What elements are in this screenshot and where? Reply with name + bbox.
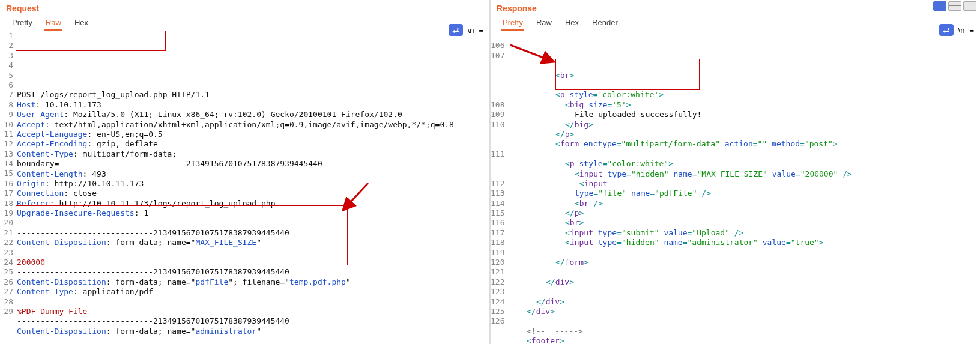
- svg-line-1: [510, 45, 552, 61]
- response-tabs: PrettyRawHexRender: [491, 17, 980, 31]
- request-code[interactable]: POST /logs/report_log_upload.php HTTP/1.…: [17, 31, 489, 344]
- request-tabs: PrettyRawHex: [0, 17, 489, 31]
- response-code[interactable]: <br> <p style='color:white'><big size='5…: [507, 31, 980, 344]
- highlight-box-request-line: [16, 31, 166, 51]
- tab-raw[interactable]: Raw: [44, 17, 62, 31]
- tab-pretty[interactable]: Pretty: [501, 17, 524, 31]
- layout-split-vertical[interactable]: [933, 1, 946, 11]
- request-title: Request: [0, 0, 489, 17]
- layout-split-horizontal[interactable]: [948, 1, 961, 11]
- response-editor[interactable]: 1061071081091101111121131141151161171181…: [491, 31, 980, 344]
- response-pane: Response PrettyRawHexRender ⇄ \n ≡ 10610…: [491, 0, 980, 344]
- response-title: Response: [491, 0, 980, 17]
- tab-hex[interactable]: Hex: [73, 17, 89, 31]
- tab-hex[interactable]: Hex: [564, 17, 580, 31]
- request-editor[interactable]: 1234567891011121314151617181920212223242…: [0, 31, 489, 344]
- arrow-to-success: [507, 42, 561, 66]
- request-pane: Request PrettyRawHex ⇄ \n ≡ 123456789101…: [0, 0, 489, 344]
- layout-buttons: [933, 1, 976, 11]
- request-gutter: 1234567891011121314151617181920212223242…: [0, 31, 17, 344]
- response-gutter: 1061071081091101111121131141151161171181…: [491, 31, 507, 344]
- tab-raw[interactable]: Raw: [535, 17, 553, 31]
- tab-render[interactable]: Render: [591, 17, 619, 31]
- layout-single[interactable]: [963, 1, 976, 11]
- tab-pretty[interactable]: Pretty: [11, 17, 34, 31]
